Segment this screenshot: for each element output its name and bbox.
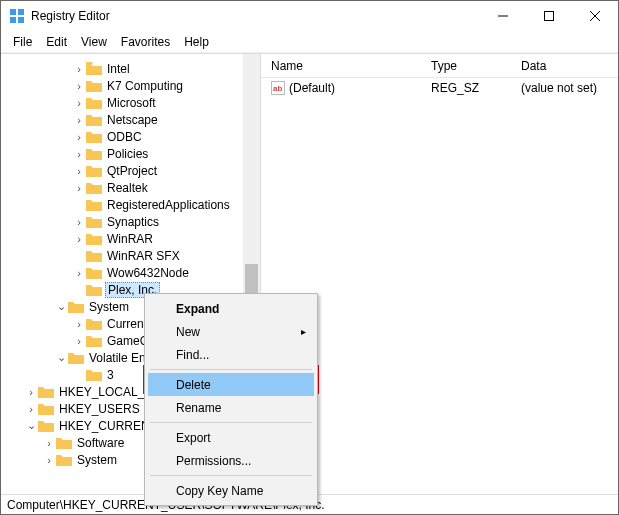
tree-item[interactable]: Netscape xyxy=(105,113,160,127)
tree-item[interactable]: Wow6432Node xyxy=(105,266,191,280)
chevron-right-icon[interactable]: › xyxy=(73,267,85,279)
folder-icon xyxy=(86,317,102,330)
tree-item[interactable]: Intel xyxy=(105,62,132,76)
submenu-arrow-icon: ▸ xyxy=(301,326,306,337)
chevron-down-icon[interactable]: ⌄ xyxy=(25,419,37,432)
tree-item[interactable]: 3 xyxy=(105,368,116,382)
folder-icon xyxy=(86,334,102,347)
chevron-right-icon[interactable]: › xyxy=(73,335,85,347)
chevron-right-icon[interactable]: › xyxy=(43,437,55,449)
chevron-right-icon[interactable]: › xyxy=(25,403,37,415)
ctx-expand[interactable]: Expand xyxy=(148,297,314,320)
menu-favorites[interactable]: Favorites xyxy=(115,33,176,51)
menu-help[interactable]: Help xyxy=(178,33,215,51)
ctx-rename[interactable]: Rename xyxy=(148,396,314,419)
titlebar: Registry Editor xyxy=(1,1,618,31)
chevron-right-icon[interactable]: › xyxy=(73,97,85,109)
tree-item[interactable]: System xyxy=(75,453,119,467)
ctx-delete[interactable]: Delete xyxy=(148,373,314,396)
ctx-permissions[interactable]: Permissions... xyxy=(148,449,314,472)
chevron-right-icon[interactable]: › xyxy=(73,148,85,160)
ctx-new[interactable]: New▸ xyxy=(148,320,314,343)
folder-icon xyxy=(38,385,54,398)
menubar: File Edit View Favorites Help xyxy=(1,31,618,53)
chevron-down-icon[interactable]: ⌄ xyxy=(55,351,67,364)
tree-item[interactable]: Realtek xyxy=(105,181,150,195)
window-title: Registry Editor xyxy=(31,9,480,23)
folder-icon xyxy=(68,300,84,313)
svg-rect-0 xyxy=(10,9,16,15)
chevron-down-icon[interactable]: ⌄ xyxy=(55,300,67,313)
folder-icon xyxy=(68,351,84,364)
folder-icon xyxy=(86,181,102,194)
col-type[interactable]: Type xyxy=(421,55,511,77)
separator xyxy=(150,369,312,370)
folder-icon xyxy=(86,368,102,381)
menu-view[interactable]: View xyxy=(75,33,113,51)
folder-icon xyxy=(86,79,102,92)
chevron-right-icon[interactable]: › xyxy=(73,63,85,75)
minimize-button[interactable] xyxy=(480,1,526,31)
tree-item[interactable]: RegisteredApplications xyxy=(105,198,232,212)
tree-item[interactable]: K7 Computing xyxy=(105,79,185,93)
string-value-icon: ab xyxy=(271,81,285,95)
value-data: (value not set) xyxy=(511,79,607,97)
folder-icon xyxy=(86,62,102,75)
folder-icon xyxy=(38,419,54,432)
folder-icon xyxy=(86,249,102,262)
svg-rect-2 xyxy=(10,17,16,23)
folder-icon xyxy=(86,215,102,228)
chevron-right-icon[interactable]: › xyxy=(73,182,85,194)
tree-item[interactable]: System xyxy=(87,300,131,314)
chevron-right-icon[interactable]: › xyxy=(73,216,85,228)
maximize-button[interactable] xyxy=(526,1,572,31)
value-type: REG_SZ xyxy=(421,79,511,97)
folder-icon xyxy=(86,147,102,160)
chevron-right-icon[interactable]: › xyxy=(73,165,85,177)
svg-rect-1 xyxy=(18,9,24,15)
chevron-right-icon[interactable]: › xyxy=(25,386,37,398)
folder-icon xyxy=(38,402,54,415)
folder-icon xyxy=(86,266,102,279)
tree-item[interactable]: Software xyxy=(75,436,126,450)
folder-icon xyxy=(86,113,102,126)
tree-item[interactable]: Microsoft xyxy=(105,96,158,110)
separator xyxy=(150,475,312,476)
chevron-right-icon[interactable]: › xyxy=(73,131,85,143)
folder-icon xyxy=(86,232,102,245)
tree-item[interactable]: QtProject xyxy=(105,164,159,178)
svg-text:ab: ab xyxy=(273,84,282,93)
folder-icon xyxy=(86,283,102,296)
folder-icon xyxy=(56,453,72,466)
tree-item[interactable]: HKEY_USERS xyxy=(57,402,142,416)
col-name[interactable]: Name xyxy=(261,55,421,77)
chevron-right-icon[interactable]: › xyxy=(73,80,85,92)
app-icon xyxy=(9,8,25,24)
folder-icon xyxy=(86,96,102,109)
value-row[interactable]: ab (Default) REG_SZ (value not set) xyxy=(261,78,618,98)
chevron-right-icon[interactable]: › xyxy=(43,454,55,466)
col-data[interactable]: Data xyxy=(511,55,556,77)
value-name: (Default) xyxy=(289,81,335,95)
tree-item[interactable]: Policies xyxy=(105,147,150,161)
svg-rect-5 xyxy=(545,12,554,21)
ctx-find[interactable]: Find... xyxy=(148,343,314,366)
svg-rect-3 xyxy=(18,17,24,23)
close-button[interactable] xyxy=(572,1,618,31)
folder-icon xyxy=(86,130,102,143)
tree-item[interactable]: WinRAR SFX xyxy=(105,249,182,263)
menu-file[interactable]: File xyxy=(7,33,38,51)
folder-icon xyxy=(56,436,72,449)
ctx-copy-key-name[interactable]: Copy Key Name xyxy=(148,479,314,502)
ctx-export[interactable]: Export xyxy=(148,426,314,449)
tree-item[interactable]: Synaptics xyxy=(105,215,161,229)
context-menu: Expand New▸ Find... Delete Rename Export… xyxy=(144,293,318,506)
chevron-right-icon[interactable]: › xyxy=(73,318,85,330)
chevron-right-icon[interactable]: › xyxy=(73,114,85,126)
tree-item[interactable]: ODBC xyxy=(105,130,144,144)
menu-edit[interactable]: Edit xyxy=(40,33,73,51)
separator xyxy=(150,422,312,423)
chevron-right-icon[interactable]: › xyxy=(73,233,85,245)
tree-item[interactable]: WinRAR xyxy=(105,232,155,246)
folder-icon xyxy=(86,198,102,211)
